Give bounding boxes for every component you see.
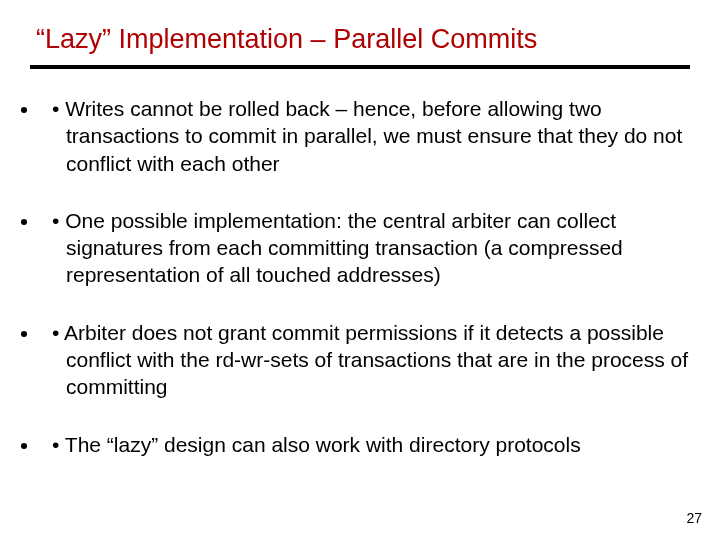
page-number: 27	[686, 510, 702, 526]
title-rule	[30, 65, 690, 69]
slide: “Lazy” Implementation – Parallel Commits…	[0, 0, 720, 540]
bullet-item: • Writes cannot be rolled back – hence, …	[40, 95, 690, 177]
slide-title: “Lazy” Implementation – Parallel Commits	[30, 24, 690, 55]
bullet-item: • Arbiter does not grant commit permissi…	[40, 319, 690, 401]
bullet-item: • The “lazy” design can also work with d…	[40, 431, 690, 458]
bullet-list: • Writes cannot be rolled back – hence, …	[30, 95, 690, 458]
bullet-item: • One possible implementation: the centr…	[40, 207, 690, 289]
